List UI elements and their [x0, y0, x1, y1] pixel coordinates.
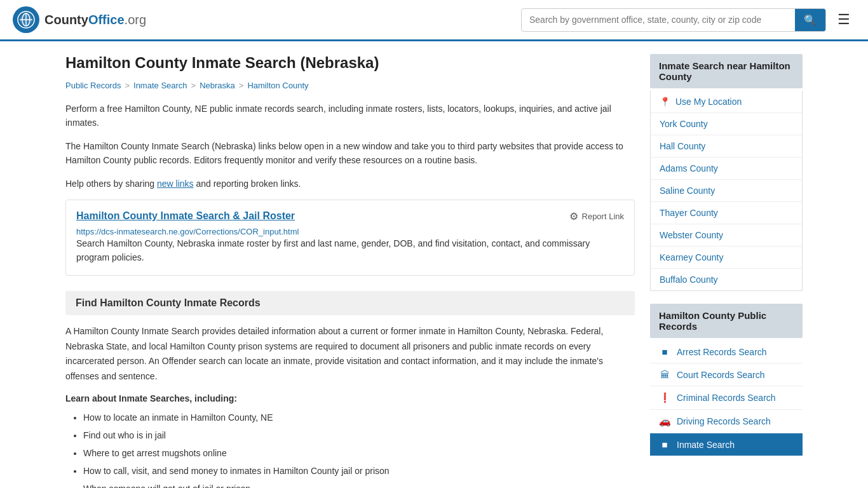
criminal-icon: ❗ [659, 392, 670, 403]
hall-county-link[interactable]: Hall County [651, 135, 802, 157]
kearney-county-link[interactable]: Kearney County [651, 247, 802, 268]
saline-county-link[interactable]: Saline County [651, 180, 802, 201]
description-3: Help others by sharing new links and rep… [65, 177, 635, 191]
inmate-search-label: Inmate Search [677, 440, 735, 450]
sidebar-county-buffalo[interactable]: Buffalo County [651, 269, 802, 290]
court-records-link[interactable]: 🏛 Court Records Search [650, 363, 803, 386]
learn-heading: Learn about Inmate Searches, including: [65, 393, 635, 403]
sidebar: Inmate Search near Hamilton County 📍 Use… [650, 54, 803, 488]
breadcrumb-sep-3: > [239, 81, 244, 90]
result-title-link[interactable]: Hamilton County Inmate Search & Jail Ros… [76, 210, 295, 221]
logo-tld: .org [125, 13, 146, 27]
arrest-records-label: Arrest Records Search [677, 347, 767, 357]
result-url[interactable]: https://dcs-inmatesearch.ne.gov/Correcti… [76, 227, 299, 236]
list-item: When someone will get out of jail or pri… [83, 480, 635, 488]
use-location-item[interactable]: 📍 Use My Location [651, 91, 802, 113]
york-county-link[interactable]: York County [651, 113, 802, 135]
sidebar-county-thayer[interactable]: Thayer County [651, 202, 802, 224]
breadcrumb: Public Records > Inmate Search > Nebrask… [65, 81, 635, 90]
search-bar: 🔍 [521, 8, 826, 32]
list-item: Where to get arrest mugshots online [83, 444, 635, 462]
sidebar-county-york[interactable]: York County [651, 113, 802, 135]
breadcrumb-public-records[interactable]: Public Records [65, 81, 121, 90]
logo-icon [13, 6, 39, 33]
site-header: CountyOffice.org 🔍 ☰ [0, 0, 868, 41]
search-input[interactable] [522, 10, 795, 30]
breadcrumb-sep-1: > [125, 81, 130, 90]
arrest-icon: ■ [659, 346, 670, 357]
driving-icon: 🚗 [659, 416, 670, 427]
sidebar-county-hall[interactable]: Hall County [651, 135, 802, 158]
report-link-button[interactable]: ⚙ Report Link [569, 210, 624, 222]
court-records-label: Court Records Search [677, 370, 765, 380]
driving-records-item[interactable]: 🚗 Driving Records Search [650, 410, 803, 433]
sidebar-county-webster[interactable]: Webster County [651, 224, 802, 247]
list-item: How to locate an inmate in Hamilton Coun… [83, 409, 635, 426]
nearby-section: Inmate Search near Hamilton County 📍 Use… [650, 54, 803, 291]
breadcrumb-sep-2: > [191, 81, 196, 90]
main-content: Hamilton County Inmate Search (Nebraska)… [65, 54, 635, 488]
criminal-records-label: Criminal Records Search [677, 393, 776, 403]
result-description: Search Hamilton County, Nebraska inmate … [76, 236, 624, 265]
report-label: Report Link [582, 212, 624, 221]
report-icon: ⚙ [569, 210, 578, 222]
driving-records-link[interactable]: 🚗 Driving Records Search [650, 410, 803, 433]
thayer-county-link[interactable]: Thayer County [651, 202, 802, 224]
list-item: How to call, visit, and send money to in… [83, 462, 635, 480]
buffalo-county-link[interactable]: Buffalo County [651, 269, 802, 290]
header-right: 🔍 ☰ [521, 8, 855, 32]
new-links-link[interactable]: new links [157, 179, 194, 189]
search-button[interactable]: 🔍 [795, 9, 825, 31]
list-item: Find out who is in jail [83, 426, 635, 444]
court-records-item[interactable]: 🏛 Court Records Search [650, 363, 803, 386]
court-icon: 🏛 [659, 369, 670, 380]
public-records-section: Hamilton County Public Records ■ Arrest … [650, 304, 803, 456]
use-location-link[interactable]: 📍 Use My Location [651, 91, 802, 112]
learn-list: How to locate an inmate in Hamilton Coun… [65, 409, 635, 488]
sidebar-county-adams[interactable]: Adams County [651, 158, 802, 180]
public-records-list: ■ Arrest Records Search 🏛 Court Records … [650, 341, 803, 456]
menu-button[interactable]: ☰ [832, 9, 855, 30]
inmate-search-item[interactable]: ■ Inmate Search [650, 433, 803, 456]
logo-area: CountyOffice.org [13, 6, 146, 33]
description-2: The Hamilton County Inmate Search (Nebra… [65, 139, 635, 168]
find-records-heading: Find Hamilton County Inmate Records [65, 291, 635, 315]
logo-text: CountyOffice.org [44, 13, 146, 27]
sidebar-county-kearney[interactable]: Kearney County [651, 247, 802, 269]
page-container: Hamilton County Inmate Search (Nebraska)… [53, 41, 815, 488]
public-records-heading: Hamilton County Public Records [650, 304, 803, 338]
description-3-prefix: Help others by sharing [65, 179, 157, 189]
result-title: Hamilton County Inmate Search & Jail Ros… [76, 210, 295, 222]
result-card: Hamilton County Inmate Search & Jail Ros… [65, 200, 635, 276]
inmate-search-bar[interactable]: ■ Inmate Search [650, 433, 803, 456]
result-card-header: Hamilton County Inmate Search & Jail Ros… [76, 210, 624, 222]
description-1: Perform a free Hamilton County, NE publi… [65, 102, 635, 130]
nearby-county-list: 📍 Use My Location York County Hall Count… [650, 91, 803, 291]
criminal-records-item[interactable]: ❗ Criminal Records Search [650, 386, 803, 410]
nearby-heading: Inmate Search near Hamilton County [650, 54, 803, 88]
criminal-records-link[interactable]: ❗ Criminal Records Search [650, 386, 803, 409]
find-records-body: A Hamilton County Inmate Search provides… [65, 324, 635, 384]
sidebar-county-saline[interactable]: Saline County [651, 180, 802, 202]
driving-records-label: Driving Records Search [677, 416, 771, 426]
arrest-records-link[interactable]: ■ Arrest Records Search [650, 341, 803, 363]
breadcrumb-nebraska[interactable]: Nebraska [200, 81, 235, 90]
page-title: Hamilton County Inmate Search (Nebraska) [65, 54, 635, 72]
breadcrumb-inmate-search[interactable]: Inmate Search [133, 81, 187, 90]
inmate-bar-icon: ■ [659, 439, 670, 450]
pin-icon: 📍 [660, 97, 670, 107]
arrest-records-item[interactable]: ■ Arrest Records Search [650, 341, 803, 363]
adams-county-link[interactable]: Adams County [651, 158, 802, 179]
description-3-suffix: and reporting broken links. [194, 179, 301, 189]
logo-office: Office [88, 13, 125, 27]
use-location-label: Use My Location [675, 97, 742, 107]
breadcrumb-hamilton-county[interactable]: Hamilton County [247, 81, 308, 90]
webster-county-link[interactable]: Webster County [651, 224, 802, 246]
